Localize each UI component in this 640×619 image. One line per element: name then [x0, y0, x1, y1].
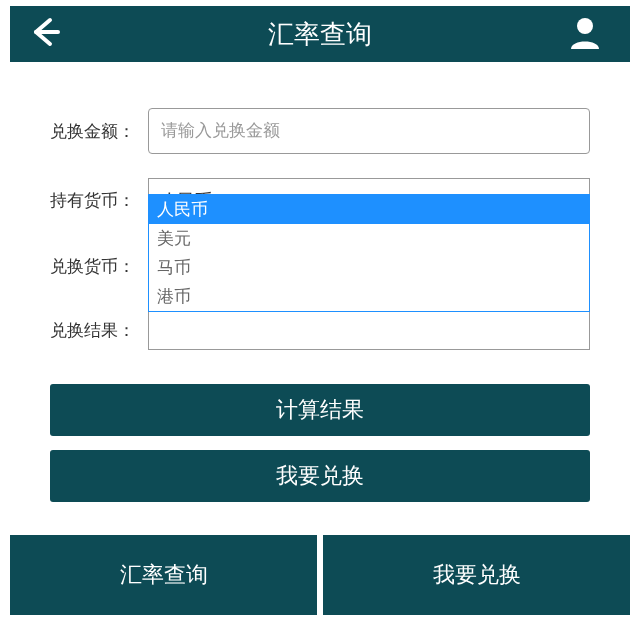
form-area: 兑换金额： 持有货币： 人民币 ▼ 兑换货币： 兑换结果： [0, 62, 640, 370]
user-button[interactable] [568, 15, 602, 53]
app-root: 汇率查询 兑换金额： 持有货币： 人民币 ▼ 兑换货币 [0, 6, 640, 619]
row-amount: 兑换金额： [50, 108, 590, 154]
svg-point-1 [577, 18, 593, 34]
back-button[interactable] [26, 14, 62, 54]
dropdown-option-2[interactable]: 马币 [149, 253, 589, 282]
tab-want-exchange[interactable]: 我要兑换 [323, 535, 630, 615]
amount-input[interactable] [148, 108, 590, 154]
label-result: 兑换结果： [50, 319, 148, 342]
currency-dropdown: 人民币 美元 马币 港币 [148, 194, 590, 312]
tab-rate-query[interactable]: 汇率查询 [10, 535, 317, 615]
header-bar: 汇率查询 [10, 6, 630, 62]
label-amount: 兑换金额： [50, 120, 148, 143]
bottom-bar: 汇率查询 我要兑换 [10, 535, 630, 615]
dropdown-option-1[interactable]: 美元 [149, 224, 589, 253]
exchange-button[interactable]: 我要兑换 [50, 450, 590, 502]
user-icon [568, 15, 602, 49]
row-result: 兑换结果： [50, 310, 590, 350]
calculate-button[interactable]: 计算结果 [50, 384, 590, 436]
back-arrow-icon [26, 14, 62, 50]
page-title: 汇率查询 [268, 17, 372, 52]
label-hold-currency: 持有货币： [50, 189, 148, 212]
result-output [148, 310, 590, 350]
dropdown-option-3[interactable]: 港币 [149, 282, 589, 311]
label-exchange-currency: 兑换货币： [50, 255, 148, 278]
dropdown-option-0[interactable]: 人民币 [149, 195, 589, 224]
